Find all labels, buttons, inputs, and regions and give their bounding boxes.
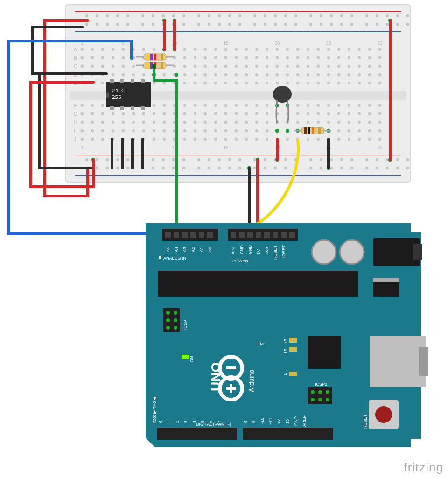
svg-point-43: [85, 23, 88, 26]
svg-point-63: [309, 23, 312, 26]
svg-point-102: [378, 48, 381, 51]
bb-row-G: G: [74, 112, 77, 117]
svg-point-16: [116, 14, 119, 17]
svg-point-52: [182, 23, 185, 26]
svg-point-96: [317, 48, 320, 51]
svg-point-541: [311, 390, 315, 394]
svg-text:3: 3: [183, 421, 188, 423]
svg-point-368: [337, 138, 340, 141]
svg-point-315: [101, 129, 104, 132]
svg-point-45: [106, 23, 109, 26]
svg-point-250: [358, 104, 361, 107]
svg-text:RX0 ▶: RX0 ▶: [152, 410, 157, 423]
svg-point-69: [376, 23, 378, 26]
svg-point-251: [368, 104, 371, 107]
svg-point-420: [274, 167, 277, 169]
svg-point-440: [175, 73, 178, 77]
svg-point-324: [194, 129, 196, 132]
svg-point-546: [326, 398, 329, 401]
svg-point-421: [284, 167, 287, 169]
svg-point-127: [327, 56, 330, 59]
svg-point-256: [112, 112, 114, 115]
svg-rect-470: [161, 54, 163, 60]
svg-rect-502: [159, 256, 161, 259]
svg-point-136: [112, 65, 114, 68]
svg-point-512: [340, 240, 364, 264]
svg-point-182: [276, 73, 279, 76]
svg-point-523: [174, 326, 177, 330]
svg-point-290: [153, 121, 155, 124]
svg-point-239: [245, 104, 248, 107]
svg-point-341: [368, 129, 371, 132]
svg-point-410: [162, 167, 165, 169]
svg-point-412: [182, 167, 185, 169]
svg-text:VIN: VIN: [231, 247, 236, 254]
svg-rect-496: [247, 232, 253, 238]
svg-point-220: [358, 82, 361, 84]
svg-point-370: [358, 138, 361, 141]
svg-point-190: [358, 73, 361, 76]
svg-point-209: [245, 82, 248, 84]
svg-rect-553: [157, 428, 237, 440]
svg-point-171: [163, 73, 166, 76]
svg-point-135: [101, 65, 104, 68]
svg-point-306: [317, 121, 320, 124]
svg-point-118: [235, 56, 238, 59]
svg-point-85: [204, 48, 207, 51]
svg-text:0: 0: [158, 421, 163, 423]
svg-point-329: [245, 129, 248, 132]
svg-point-338: [337, 129, 340, 132]
svg-point-24: [208, 14, 210, 17]
svg-point-383: [197, 158, 200, 161]
svg-point-212: [276, 82, 279, 84]
svg-rect-548: [370, 336, 426, 387]
svg-text:6: 6: [209, 421, 213, 423]
svg-text:GND: GND: [248, 245, 252, 255]
svg-point-297: [224, 121, 227, 124]
svg-point-123: [286, 56, 289, 59]
svg-point-328: [235, 129, 238, 132]
fritzing-diagram: 1 5 10 15 20 25 30 A B C D E F G H I J 1…: [0, 0, 448, 478]
svg-point-235: [204, 104, 207, 107]
svg-point-89: [245, 48, 248, 51]
svg-text:RX: RX: [283, 338, 287, 344]
svg-point-66: [340, 23, 343, 26]
svg-point-363: [286, 138, 289, 141]
svg-point-360: [255, 138, 258, 141]
svg-rect-473: [147, 62, 149, 69]
svg-rect-458: [120, 79, 124, 83]
svg-point-385: [218, 158, 221, 161]
svg-point-230: [153, 104, 155, 107]
svg-point-222: [378, 82, 381, 84]
bb-col-30: 30: [377, 41, 383, 46]
svg-point-166: [112, 73, 114, 76]
svg-point-150: [255, 65, 258, 68]
chip-label-2: 256: [112, 94, 121, 100]
svg-point-521: [174, 318, 177, 322]
svg-point-240: [255, 104, 258, 107]
svg-point-318: [132, 129, 135, 132]
svg-point-358: [235, 138, 238, 141]
svg-point-396: [340, 158, 343, 161]
svg-text:~11: ~11: [268, 418, 273, 425]
bb-col-25: 25: [326, 41, 331, 46]
analog-in-label: ANALOG IN: [163, 256, 186, 260]
svg-point-398: [365, 158, 368, 161]
svg-point-159: [348, 65, 350, 68]
svg-point-57: [238, 23, 241, 26]
svg-point-252: [378, 104, 381, 107]
svg-point-125: [307, 56, 309, 59]
svg-point-213: [286, 82, 289, 84]
svg-point-55: [218, 23, 221, 26]
svg-point-133: [81, 65, 84, 68]
svg-point-183: [286, 73, 289, 76]
svg-point-399: [376, 158, 378, 161]
svg-point-36: [340, 14, 343, 17]
svg-point-317: [122, 129, 125, 132]
svg-point-381: [172, 158, 175, 161]
svg-rect-487: [228, 229, 298, 241]
svg-point-28: [253, 14, 256, 17]
svg-point-88: [235, 48, 238, 51]
svg-point-374: [96, 158, 98, 161]
svg-point-216: [317, 82, 320, 84]
